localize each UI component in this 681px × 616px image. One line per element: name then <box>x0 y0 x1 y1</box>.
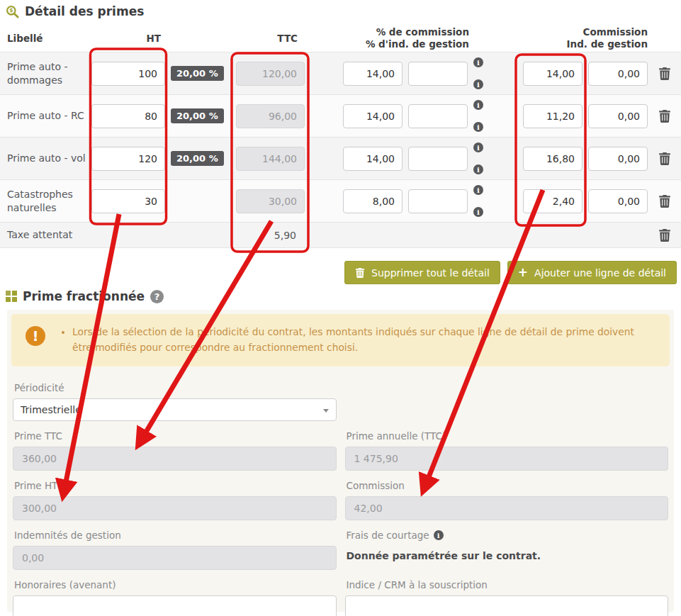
pct-commission-input[interactable] <box>343 189 403 213</box>
col-header-libelle: Libellé <box>0 33 89 44</box>
field-honoraires: Honoraires (avenant) <box>13 570 337 616</box>
ind-gestion-input[interactable] <box>588 147 648 171</box>
trash-icon <box>658 67 671 80</box>
honoraires-input[interactable] <box>13 595 337 616</box>
table-row: Catastrophes naturelles i i <box>0 179 681 222</box>
delete-row-button[interactable] <box>657 151 672 167</box>
pct-commission-input[interactable] <box>343 104 403 128</box>
svg-text:$: $ <box>9 7 13 13</box>
field-indice: Indice / CRM à la souscription <box>345 570 669 616</box>
indemnites-input <box>13 546 337 570</box>
field-frais-courtage: Frais de courtage i Donnée paramétrée su… <box>345 520 669 570</box>
tax-badge: 20,00 % <box>171 151 224 166</box>
info-circle-icon[interactable]: i <box>473 79 483 89</box>
ht-input[interactable] <box>91 189 165 213</box>
prime-fractionnee-panel: ! Lors de la sélection de la périodicité… <box>7 310 674 612</box>
commission-input[interactable] <box>523 147 582 171</box>
commission-input[interactable] <box>523 62 582 86</box>
delete-row-button[interactable] <box>657 108 672 124</box>
info-circle-icon[interactable]: i <box>434 530 444 540</box>
table-actions: Supprimer tout le détail + Ajouter une l… <box>344 261 677 284</box>
periodicite-select[interactable]: Trimestrielle <box>13 398 337 421</box>
field-prime-annuelle: Prime annuelle (TTC) <box>345 421 669 471</box>
info-circle-icon[interactable]: i <box>473 185 483 195</box>
field-prime-ttc: Prime TTC <box>13 421 337 471</box>
field-label: Périodicité <box>13 382 337 393</box>
field-label: Prime TTC <box>13 430 337 442</box>
trash-icon <box>355 268 365 278</box>
grid-icon <box>6 291 17 302</box>
trash-icon <box>658 229 671 242</box>
ht-input[interactable] <box>91 62 165 86</box>
delete-all-detail-button[interactable]: Supprimer tout le détail <box>344 261 500 284</box>
table-row: Prime auto - vol 20,00 % i i <box>0 137 681 179</box>
info-circle-icon[interactable]: i <box>473 100 483 110</box>
pct-ind-gestion-input[interactable] <box>408 62 468 86</box>
table-row-taxe-attentat: Taxe attentat 5,90 <box>0 222 681 248</box>
ttc-input <box>236 104 305 128</box>
prime-ht-input <box>13 496 337 520</box>
field-label: Prime HT <box>13 480 337 491</box>
ttc-input <box>236 147 305 171</box>
add-detail-line-button[interactable]: + Ajouter une ligne de détail <box>507 261 677 284</box>
info-circle-icon[interactable]: i <box>473 122 483 132</box>
prime-fractionnee-form: Périodicité Trimestrielle Prime TTC Prim… <box>11 366 670 616</box>
indice-crm-input[interactable] <box>345 595 669 616</box>
warning-banner: ! Lors de la sélection de la périodicité… <box>11 314 670 366</box>
trash-icon <box>658 195 671 208</box>
col-header-commission: Commission Ind. de gestion <box>520 26 648 50</box>
search-icon: $ <box>6 5 19 18</box>
info-circle-icon[interactable]: i <box>473 164 483 174</box>
ind-gestion-input[interactable] <box>588 104 648 128</box>
tax-badge: 20,00 % <box>171 108 224 123</box>
field-indemnites: Indemnités de gestion <box>13 520 337 570</box>
ht-input[interactable] <box>91 147 165 171</box>
prime-ttc-input <box>13 447 337 471</box>
row-label: Prime auto - RC <box>0 109 89 123</box>
field-label: Indemnités de gestion <box>13 530 337 541</box>
info-circle-icon[interactable]: i <box>473 207 483 217</box>
delete-row-button[interactable] <box>657 66 672 82</box>
field-label: Commission <box>345 480 669 491</box>
col-header-pct-commission: % de commission % d'ind. de gestion <box>340 26 489 50</box>
field-prime-ht: Prime HT <box>13 471 337 520</box>
pct-ind-gestion-input[interactable] <box>408 189 468 213</box>
trash-icon <box>658 110 671 123</box>
ind-gestion-input[interactable] <box>588 189 648 213</box>
field-label: Honoraires (avenant) <box>13 579 337 590</box>
pct-ind-gestion-input[interactable] <box>408 147 468 171</box>
field-label: Indice / CRM à la souscription <box>345 579 669 590</box>
page: $ Détail des primes Libellé HT TTC % de … <box>0 0 681 616</box>
trash-icon <box>658 152 671 165</box>
pct-commission-input[interactable] <box>343 62 403 86</box>
caret-down-icon <box>323 409 329 413</box>
prime-fractionnee-header: Prime fractionnée ? <box>6 289 164 303</box>
primes-table: Libellé HT TTC % de commission % d'ind. … <box>0 24 681 248</box>
ind-gestion-input[interactable] <box>588 62 648 86</box>
frais-courtage-note: Donnée paramétrée sur le contrat. <box>345 550 669 561</box>
ttc-input <box>236 189 305 213</box>
taxe-ttc-value: 5,90 <box>230 230 305 241</box>
delete-row-button[interactable] <box>657 228 672 243</box>
row-label: Taxe attentat <box>0 228 89 242</box>
commission-input[interactable] <box>523 104 582 128</box>
detail-primes-header: $ Détail des primes <box>6 4 144 18</box>
field-label: Prime annuelle (TTC) <box>345 430 669 442</box>
field-periodicite: Périodicité Trimestrielle <box>13 366 337 421</box>
pct-ind-gestion-input[interactable] <box>408 104 468 128</box>
row-label: Prime auto - vol <box>0 152 89 165</box>
plus-icon: + <box>518 267 528 279</box>
col-header-ttc: TTC <box>230 33 305 44</box>
delete-row-button[interactable] <box>657 194 672 209</box>
warning-text: Lors de la sélection de la périodicité d… <box>72 324 653 355</box>
row-label: Catastrophes naturelles <box>0 188 89 215</box>
info-circle-icon[interactable]: i <box>473 57 483 67</box>
ht-input[interactable] <box>91 104 165 128</box>
commission-input[interactable] <box>523 189 582 213</box>
pct-commission-input[interactable] <box>343 147 403 171</box>
table-header-row: Libellé HT TTC % de commission % d'ind. … <box>0 24 681 52</box>
question-circle-icon[interactable]: ? <box>150 290 164 303</box>
tax-badge: 20,00 % <box>171 66 224 81</box>
commission-total-input <box>345 496 669 520</box>
info-circle-icon[interactable]: i <box>473 142 483 152</box>
